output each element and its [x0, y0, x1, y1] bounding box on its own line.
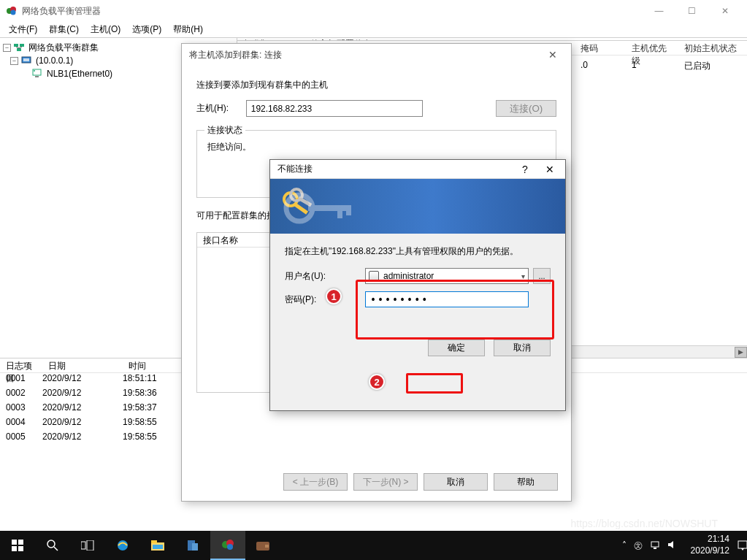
svg-point-37 — [227, 544, 233, 550]
banner-bg-icon — [277, 186, 358, 230]
sound-icon[interactable] — [667, 540, 678, 552]
server-manager-icon[interactable] — [175, 531, 210, 560]
svg-point-2 — [11, 10, 16, 15]
host-input[interactable] — [246, 100, 423, 117]
svg-rect-34 — [192, 543, 198, 551]
taskbar: ˄ ㉆ 21:14 2020/9/12 — [0, 531, 747, 560]
status-text: 拒绝访问。 — [207, 141, 545, 153]
cancel-button[interactable]: 取消 — [424, 473, 488, 491]
svg-point-25 — [47, 540, 55, 548]
ime-icon[interactable]: ㉆ — [634, 540, 643, 552]
close-button[interactable]: ✕ — [708, 0, 741, 22]
svg-rect-31 — [151, 540, 157, 543]
svg-rect-24 — [18, 546, 23, 551]
username-value: administrator — [383, 271, 521, 281]
svg-rect-20 — [346, 205, 351, 215]
log-col-item[interactable]: 日志项目 — [0, 358, 42, 372]
chevron-down-icon[interactable]: ▾ — [521, 272, 525, 280]
search-icon[interactable] — [35, 531, 70, 560]
scroll-right-arrow[interactable]: ▶ — [735, 347, 747, 358]
svg-rect-39 — [265, 545, 269, 548]
svg-rect-23 — [12, 546, 17, 551]
collapse-icon[interactable]: − — [3, 44, 11, 52]
menu-file[interactable]: 文件(F) — [3, 22, 43, 37]
col-initstate[interactable]: 初始主机状态 — [677, 41, 747, 55]
help-icon[interactable]: ? — [513, 164, 537, 175]
minimize-button[interactable]: — — [643, 0, 675, 22]
svg-point-12 — [34, 70, 35, 72]
next-button[interactable]: 下一步(N) > — [353, 473, 418, 491]
clock-time: 21:14 — [691, 534, 729, 545]
app-icon — [6, 5, 18, 17]
taskview-icon[interactable] — [70, 531, 105, 560]
cluster-icon — [21, 55, 33, 66]
cell-initstate: 已启动 — [677, 58, 718, 74]
window-titlebar: 网络负载平衡管理器 — ☐ ✕ — [0, 0, 747, 22]
ok-button[interactable]: 确定 — [428, 340, 485, 356]
maximize-button[interactable]: ☐ — [675, 0, 708, 22]
col-mask[interactable]: 掩码 — [573, 41, 624, 55]
svg-rect-3 — [14, 44, 18, 47]
menubar: 文件(F) 群集(C) 主机(O) 选项(P) 帮助(H) — [0, 22, 747, 38]
user-icon — [369, 271, 379, 281]
menu-host[interactable]: 主机(O) — [85, 22, 126, 37]
svg-rect-5 — [17, 48, 21, 51]
svg-marker-44 — [741, 548, 744, 551]
menu-help[interactable]: 帮助(H) — [167, 22, 209, 37]
cancel-button[interactable]: 取消 — [494, 340, 551, 356]
svg-rect-11 — [35, 76, 39, 77]
menu-cluster[interactable]: 群集(C) — [43, 22, 85, 37]
notifications-icon[interactable] — [737, 531, 747, 560]
tree-cluster-label: (10.0.0.1) — [36, 55, 73, 66]
svg-rect-21 — [12, 540, 17, 545]
ie-icon[interactable] — [105, 531, 140, 560]
tree-root-label: 网络负载平衡群集 — [28, 42, 99, 54]
collapse-icon[interactable]: − — [10, 57, 18, 65]
password-input[interactable] — [365, 291, 529, 307]
annotation-badge-2: 2 — [369, 374, 385, 390]
tree-host-label: NLB1(Ethernet0) — [47, 69, 112, 79]
log-col-time[interactable]: 时间 — [123, 358, 181, 372]
svg-rect-19 — [337, 205, 342, 218]
cred-message: 指定在主机"192.168.82.233"上具有管理权限的用户的凭据。 — [285, 245, 551, 258]
browse-button[interactable]: ... — [533, 268, 551, 284]
wallet-icon[interactable] — [245, 531, 280, 560]
menu-options[interactable]: 选项(P) — [126, 22, 167, 37]
svg-rect-32 — [153, 545, 163, 549]
svg-rect-41 — [654, 548, 656, 549]
tray-up-icon[interactable]: ˄ — [622, 540, 627, 551]
svg-line-6 — [16, 47, 19, 48]
svg-rect-4 — [20, 44, 24, 47]
credentials-banner — [270, 179, 565, 234]
dialog-close-icon[interactable]: ✕ — [542, 49, 564, 61]
prev-button[interactable]: < 上一步(B) — [283, 473, 348, 491]
svg-rect-40 — [651, 542, 659, 547]
svg-rect-22 — [18, 540, 23, 545]
help-button[interactable]: 帮助 — [494, 473, 558, 491]
svg-rect-27 — [81, 542, 85, 549]
svg-rect-28 — [87, 540, 93, 551]
connect-label: 连接到要添加到现有群集中的主机 — [196, 79, 556, 91]
taskbar-clock[interactable]: 21:14 2020/9/12 — [683, 534, 737, 556]
host-label: 主机(H): — [196, 102, 246, 115]
col-priority[interactable]: 主机优先级 — [624, 41, 677, 55]
cell-mask: .0 — [573, 58, 624, 74]
log-col-date[interactable]: 日期 — [42, 358, 123, 372]
system-tray[interactable]: ˄ ㉆ — [616, 540, 683, 552]
cred-dialog-title: 不能连接 — [277, 163, 513, 175]
connect-button[interactable]: 连接(O) — [496, 100, 556, 117]
status-group-title: 连接状态 — [204, 124, 245, 137]
host-icon — [32, 69, 44, 79]
password-label: 密码(P): — [285, 294, 365, 306]
watermark: https://blog.csdn.net/NOWSHUT — [570, 518, 718, 529]
nlb-manager-icon[interactable] — [210, 531, 245, 560]
close-icon[interactable]: ✕ — [537, 164, 562, 175]
clock-date: 2020/9/12 — [691, 545, 729, 557]
username-combobox[interactable]: administrator ▾ — [365, 268, 529, 284]
window-title: 网络负载平衡管理器 — [22, 5, 643, 18]
svg-marker-42 — [668, 541, 673, 548]
svg-line-7 — [19, 47, 22, 48]
network-icon[interactable] — [650, 540, 660, 552]
explorer-icon[interactable] — [140, 531, 175, 560]
start-button[interactable] — [0, 531, 35, 560]
